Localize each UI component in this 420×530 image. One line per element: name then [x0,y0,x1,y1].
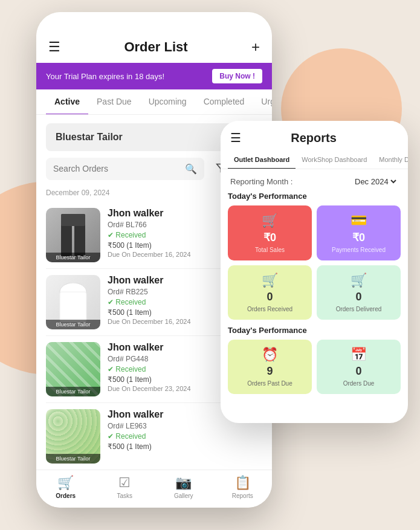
outlet-label: Bluestar Tailor [46,387,100,396]
tab-workshop-dashboard[interactable]: WorkShop Dashboard [296,151,373,169]
orders-past-due-value: 9 [267,365,273,378]
outlet-name: Bluestar Tailor [56,132,123,143]
payments-received-card: 💳 ₹0 Payments Received [317,205,401,260]
orders-label: Orders [56,493,76,499]
buy-now-button[interactable]: Buy Now ! [212,69,262,83]
performance-section-1: Today's Performance 🛒 ₹0 Total Sales 💳 ₹… [221,192,408,326]
menu-icon[interactable]: ☰ [48,39,60,55]
orders-due-label: Orders Due [343,380,375,387]
search-icon: 🔍 [185,163,197,175]
app-header: ☰ Order List + [36,39,272,63]
svg-rect-14 [60,292,86,322]
orders-due-icon: 📅 [351,347,367,363]
outlet-label: Bluestar Tailor [46,253,100,262]
orders-due-value: 0 [355,365,361,378]
total-sales-icon: 🛒 [262,213,278,228]
order-status: ✔ Received [108,432,262,441]
performance-title-2: Today's Performance [228,326,401,335]
order-image: Bluestar Tailor [46,275,100,329]
outlet-label: Bluestar Tailor [46,320,100,329]
nav-gallery[interactable]: 📷 Gallery [154,470,213,502]
reports-phone: ☰ Reports Outlet Dashboard WorkShop Dash… [221,121,408,423]
reports-page-title: Reports [248,131,379,145]
orders-received-label: Orders Received [247,306,292,312]
orders-received-value: 0 [267,291,273,303]
performance-title-1: Today's Performance [228,192,401,201]
add-order-icon[interactable]: + [251,39,260,56]
reports-nav-icon: 📋 [234,475,251,491]
order-image: Bluestar Tailor [46,208,100,262]
payments-received-label: Payments Received [332,247,386,253]
tab-monthly[interactable]: Monthly D [373,151,408,169]
order-image: Bluestar Tailor [46,342,100,396]
orders-past-due-card: ⏰ 9 Orders Past Due [228,340,312,394]
payments-received-value: ₹0 [352,231,365,244]
orders-received-card: 🛒 0 Orders Received [228,265,312,320]
page-title: Order List [124,39,187,55]
order-id: Ord# LE963 [108,422,262,430]
tab-urgent[interactable]: Urg [253,89,272,115]
performance-grid-1: 🛒 ₹0 Total Sales 💳 ₹0 Payments Received … [228,205,401,320]
bottom-nav: 🛒 Orders ☑ Tasks 📷 Gallery 📋 Reports [36,470,272,508]
gallery-icon: 📷 [175,475,192,491]
reporting-month-select[interactable]: Dec 2024 Nov 2024 Oct 2024 [352,176,398,187]
tab-outlet-dashboard[interactable]: Outlet Dashboard [228,151,296,169]
nav-orders[interactable]: 🛒 Orders [36,470,95,502]
orders-past-due-icon: ⏰ [262,347,278,363]
order-image: Bluestar Tailor [46,409,100,464]
tab-active[interactable]: Active [46,89,88,115]
order-tabs: Active Past Due Upcoming Completed Urg [36,89,272,115]
trial-banner: Your Trial Plan expires in 18 days! Buy … [36,63,272,89]
nav-reports[interactable]: 📋 Reports [213,470,273,502]
tab-upcoming[interactable]: Upcoming [140,89,195,115]
orders-past-due-label: Orders Past Due [247,380,292,387]
total-sales-label: Total Sales [255,247,285,253]
performance-section-2: Today's Performance ⏰ 9 Orders Past Due … [221,326,408,400]
svg-rect-12 [61,214,85,226]
tasks-label: Tasks [117,493,132,499]
outlet-label: Bluestar Tailor [46,454,100,464]
trial-text: Your Trial Plan expires in 18 days! [46,72,164,81]
performance-grid-2: ⏰ 9 Orders Past Due 📅 0 Orders Due [228,340,401,394]
nav-tasks[interactable]: ☑ Tasks [95,470,155,502]
orders-icon: 🛒 [57,475,74,491]
reporting-month-label: Reporting Month : [230,177,292,186]
orders-delivered-value: 0 [355,291,361,303]
reports-tabs: Outlet Dashboard WorkShop Dashboard Mont… [221,151,408,169]
orders-due-card: 📅 0 Orders Due [317,340,401,394]
total-sales-card: 🛒 ₹0 Total Sales [228,205,312,260]
orders-delivered-card: 🛒 0 Orders Delivered [317,265,401,320]
search-input[interactable] [53,164,185,173]
tab-completed[interactable]: Completed [195,89,253,115]
total-sales-value: ₹0 [263,231,276,244]
orders-received-icon: 🛒 [262,273,278,288]
order-amount: ₹500 (1 Item) [108,442,262,451]
reports-header: ☰ Reports [221,121,408,151]
reports-menu-icon[interactable]: ☰ [230,131,241,145]
orders-delivered-label: Orders Delivered [336,306,382,312]
reporting-month-row: Reporting Month : Dec 2024 Nov 2024 Oct … [221,169,408,192]
gallery-label: Gallery [174,493,193,499]
status-bar [36,12,272,39]
tab-past-due[interactable]: Past Due [88,89,140,115]
payments-received-icon: 💳 [351,213,367,228]
search-input-wrap[interactable]: 🔍 [46,158,204,180]
tasks-icon: ☑ [118,475,131,491]
reports-label: Reports [232,493,253,499]
orders-delivered-icon: 🛒 [351,273,367,288]
